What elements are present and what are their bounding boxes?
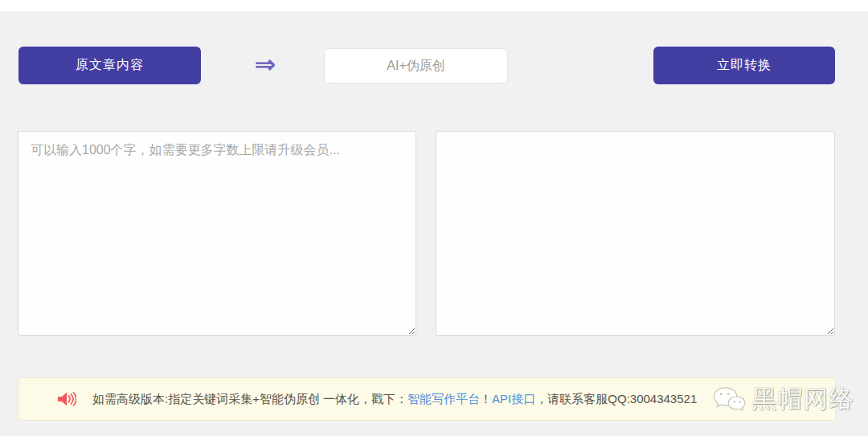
api-link[interactable]: API接口 [492, 392, 535, 405]
notice-text-after: ，请联系客服QQ:3004343521 [535, 392, 697, 405]
source-text-input[interactable] [18, 131, 416, 336]
mode-label-box: AI+伪原创 [324, 48, 508, 84]
notice-separator: ！ [480, 392, 492, 405]
result-text-output[interactable] [436, 131, 835, 336]
notice-text-before: 如需高级版本:指定关键词采集+智能伪原创 一体化，戳下： [92, 392, 407, 405]
double-arrow-icon: ⇒ [248, 45, 283, 83]
notice-bar: 如需高级版本:指定关键词采集+智能伪原创 一体化，戳下：智能写作平台！API接口… [18, 377, 836, 421]
notice-text: 如需高级版本:指定关键词采集+智能伪原创 一体化，戳下：智能写作平台！API接口… [92, 392, 697, 407]
convert-now-button[interactable]: 立即转换 [653, 47, 835, 84]
top-strip [0, 0, 868, 11]
smart-writing-platform-link[interactable]: 智能写作平台 [407, 392, 480, 405]
speaker-icon [57, 391, 76, 407]
source-content-button[interactable]: 原文章内容 [18, 47, 201, 84]
